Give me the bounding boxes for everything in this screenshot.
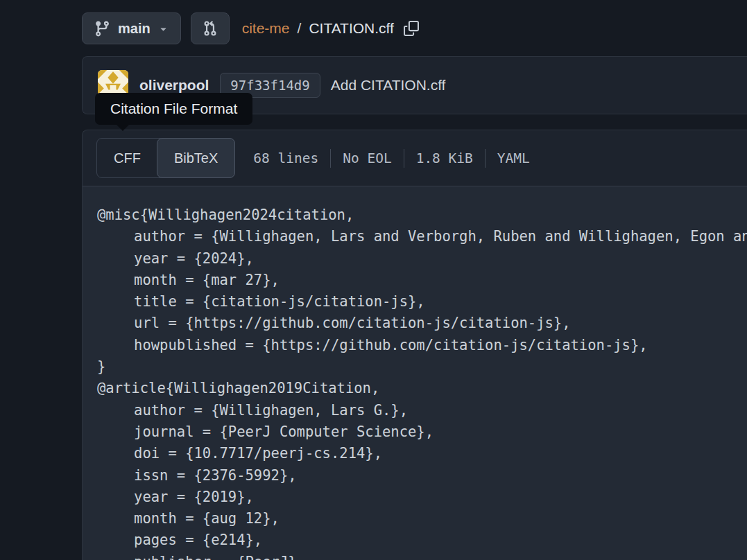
file-size: 1.8 KiB	[416, 150, 473, 166]
file-language: YAML	[497, 150, 530, 166]
latest-commit-bar: oliverpool 97f33f14d9 Add CITATION.cff C…	[82, 56, 747, 114]
meta-divider	[330, 149, 331, 168]
file-header: CFF BibTeX 68 lines No EOL 1.8 KiB YAML	[83, 130, 747, 186]
file-meta-info: 68 lines No EOL 1.8 KiB YAML	[253, 149, 530, 168]
git-branch-icon	[94, 20, 111, 37]
chevron-down-icon	[157, 23, 169, 35]
tab-cff[interactable]: CFF	[97, 139, 157, 177]
render-mode-tab-group: CFF BibTeX	[96, 138, 235, 178]
breadcrumb-separator: /	[298, 20, 302, 37]
code-pane: @misc{Willighagen2024citation, author = …	[83, 186, 747, 560]
branch-selector-button[interactable]: main	[82, 12, 181, 44]
file-lines-count: 68 lines	[253, 150, 318, 166]
meta-divider	[404, 149, 404, 168]
breadcrumb-repo-link[interactable]: cite-me	[242, 20, 290, 37]
meta-divider	[485, 149, 486, 168]
breadcrumb: cite-me / CITATION.cff	[242, 20, 419, 37]
cff-tooltip: Citation File Format	[95, 93, 252, 125]
file-toolbar: main cite-me / CITATION.cff	[82, 0, 747, 44]
commit-message-link[interactable]: Add CITATION.cff	[331, 77, 446, 94]
copy-icon	[404, 21, 419, 36]
file-eol-info: No EOL	[343, 150, 391, 166]
git-compare-icon	[201, 19, 219, 37]
breadcrumb-file-name: CITATION.cff	[309, 20, 394, 37]
tab-bibtex[interactable]: BibTeX	[157, 138, 235, 178]
current-branch-label: main	[118, 21, 151, 37]
file-content-box: CFF BibTeX 68 lines No EOL 1.8 KiB YAML …	[82, 130, 747, 560]
code-content: @misc{Willighagen2024citation, author = …	[83, 186, 747, 560]
file-view-page: main cite-me / CITATION.cff	[82, 0, 747, 560]
compare-branches-button[interactable]	[191, 12, 230, 44]
copy-path-button[interactable]	[404, 21, 419, 36]
commit-author-link[interactable]: oliverpool	[139, 77, 209, 94]
